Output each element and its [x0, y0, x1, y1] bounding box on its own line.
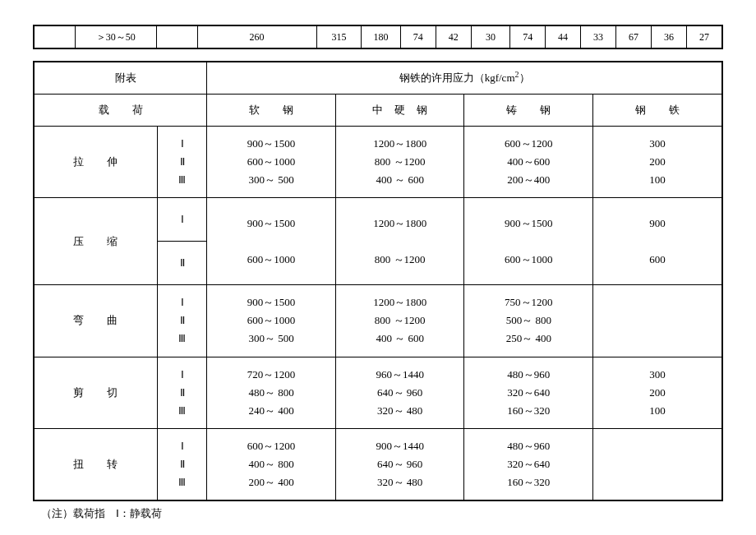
caption-pre: 钢铁的许用应力（kgf/cm: [399, 72, 515, 85]
compression-soft: 900～1500600～1000: [207, 198, 336, 285]
cell-empty: [34, 25, 75, 48]
cell-v5: 180: [362, 25, 401, 48]
cell-v3: 260: [197, 25, 316, 48]
row-shear: 剪切 Ⅰ Ⅱ Ⅲ 720～1200 480～ 800 240～ 400 960～…: [34, 357, 722, 428]
load-compression: 压缩: [34, 198, 157, 285]
table-caption-center: 钢铁的许用应力（kgf/cm2）: [207, 62, 722, 95]
torsion-mid: 900～1440 640～ 960 320～ 480: [335, 428, 463, 500]
levels-tension: Ⅰ Ⅱ Ⅲ: [157, 127, 206, 198]
cell-v4: 315: [316, 25, 362, 48]
torsion-iron: [593, 428, 722, 500]
row-tension: 拉伸 Ⅰ Ⅱ Ⅲ 900～1500 600～1000 300～ 500 1200…: [34, 127, 722, 198]
header-row: 载荷 软钢 中硬钢 铸钢 钢铁: [34, 95, 722, 127]
load-torsion: 扭转: [34, 428, 157, 500]
tension-soft: 900～1500 600～1000 300～ 500: [207, 127, 336, 198]
level-compression-2: Ⅱ: [157, 242, 206, 285]
title-row: 附表 钢铁的许用应力（kgf/cm2）: [34, 62, 722, 95]
load-bending: 弯曲: [34, 285, 157, 357]
compression-cast: 900～1500600～1000: [464, 198, 593, 285]
cell-v6: 74: [400, 25, 436, 48]
cell-v11: 33: [581, 25, 616, 48]
bending-cast: 750～1200 500～ 800 250～ 400: [464, 285, 593, 357]
bending-iron: [593, 285, 722, 357]
cell-v10: 44: [546, 25, 581, 48]
table-row: ＞30～50 260 315 180 74 42 30 74 44 33 67 …: [34, 25, 722, 48]
levels-bending: Ⅰ Ⅱ Ⅲ: [157, 285, 206, 357]
shear-iron: 300 200 100: [593, 357, 722, 428]
compression-mid: 1200～1800800 ～1200: [335, 198, 463, 285]
cell-v12: 67: [616, 25, 652, 48]
header-soft-steel: 软钢: [207, 95, 336, 127]
cell-empty: [156, 25, 197, 48]
levels-shear: Ⅰ Ⅱ Ⅲ: [157, 357, 206, 428]
levels-torsion: Ⅰ Ⅱ Ⅲ: [157, 428, 206, 500]
load-shear: 剪切: [34, 357, 157, 428]
cell-v7: 42: [436, 25, 471, 48]
cell-v9: 74: [510, 25, 546, 48]
torsion-soft: 600～1200 400～ 800 200～ 400: [207, 428, 336, 500]
caption-post: ）: [519, 72, 530, 85]
header-mid-hard-steel: 中硬钢: [335, 95, 463, 127]
shear-cast: 480～960 320～640 160～320: [464, 357, 593, 428]
tension-iron: 300 200 100: [593, 127, 722, 198]
row-bending: 弯曲 Ⅰ Ⅱ Ⅲ 900～1500 600～1000 300～ 500 1200…: [34, 285, 722, 357]
bending-soft: 900～1500 600～1000 300～ 500: [207, 285, 336, 357]
tension-mid: 1200～1800 800 ～1200 400 ～ 600: [335, 127, 463, 198]
compression-iron: 900600: [593, 198, 722, 285]
cell-v8: 30: [471, 25, 510, 48]
header-cast-steel: 铸钢: [464, 95, 593, 127]
top-strip-table: ＞30～50 260 315 180 74 42 30 74 44 33 67 …: [33, 25, 723, 49]
allowable-stress-table: 附表 钢铁的许用应力（kgf/cm2） 载荷 软钢 中硬钢 铸钢 钢铁 拉伸 Ⅰ…: [33, 61, 723, 501]
shear-soft: 720～1200 480～ 800 240～ 400: [207, 357, 336, 428]
header-iron: 钢铁: [593, 95, 722, 127]
level-compression-1: Ⅰ: [157, 198, 206, 242]
row-torsion: 扭转 Ⅰ Ⅱ Ⅲ 600～1200 400～ 800 200～ 400 900～…: [34, 428, 722, 500]
torsion-cast: 480～960 320～640 160～320: [464, 428, 593, 500]
load-tension: 拉伸: [34, 127, 157, 198]
table-caption-left: 附表: [34, 62, 207, 95]
bending-mid: 1200～1800 800 ～1200 400 ～ 600: [335, 285, 463, 357]
cell-range: ＞30～50: [75, 25, 156, 48]
shear-mid: 960～1440 640～ 960 320～ 480: [335, 357, 463, 428]
cell-v14: 27: [686, 25, 722, 48]
header-load: 载荷: [34, 95, 207, 127]
cell-v13: 36: [651, 25, 686, 48]
tension-cast: 600～1200 400～600 200～400: [464, 127, 593, 198]
footnote: （注）载荷指 Ⅰ：静载荷: [41, 506, 723, 521]
row-compression-1: 压缩 Ⅰ 900～1500600～1000 1200～1800800 ～1200…: [34, 198, 722, 242]
